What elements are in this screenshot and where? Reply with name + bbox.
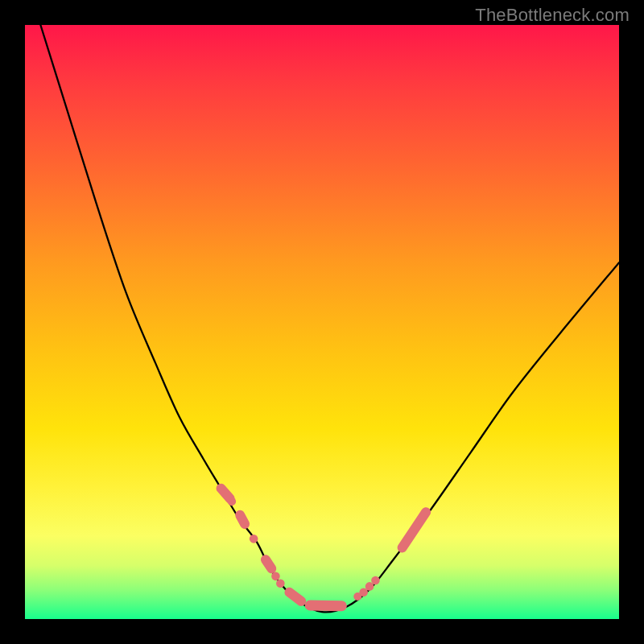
marker-pill <box>240 515 245 524</box>
chart-stage: TheBottleneck.com <box>0 0 644 644</box>
marker-pill <box>266 559 271 568</box>
marker-dot <box>271 572 280 581</box>
marker-pill <box>402 512 427 547</box>
bottleneck-curve <box>37 13 619 612</box>
marker-pill <box>221 489 230 499</box>
marker-cluster-bottom <box>297 597 341 606</box>
marker-dot <box>228 497 237 506</box>
marker-cluster-right <box>353 512 426 601</box>
watermark-text: TheBottleneck.com <box>475 5 630 26</box>
marker-dot <box>250 535 258 543</box>
chart-svg <box>25 25 619 619</box>
marker-dot <box>371 576 380 585</box>
marker-dot <box>276 579 285 588</box>
plot-area <box>25 25 619 619</box>
marker-cluster-left <box>221 489 302 601</box>
marker-dot <box>297 597 306 606</box>
marker-pill <box>310 605 341 606</box>
